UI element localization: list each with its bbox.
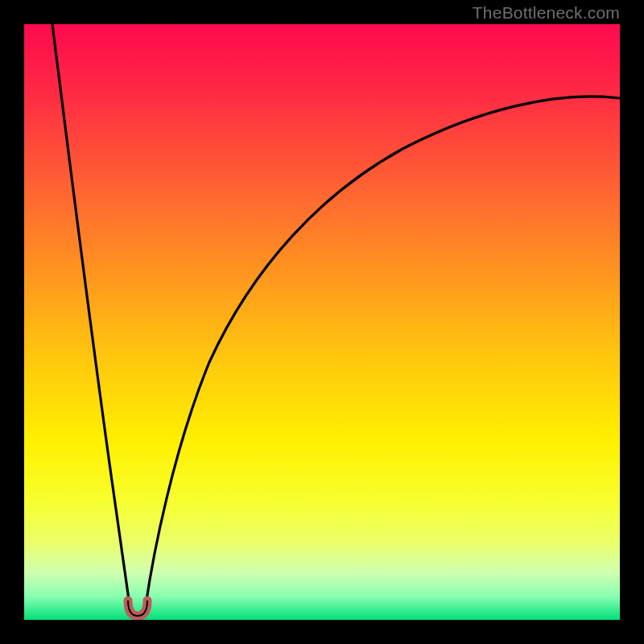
plot-area: [24, 24, 620, 620]
curve-left-branch: [52, 24, 130, 605]
outer-black-frame: TheBottleneck.com: [0, 0, 644, 644]
watermark-text: TheBottleneck.com: [473, 3, 620, 23]
bottleneck-curve: [52, 24, 620, 616]
curve-right-branch: [146, 97, 620, 605]
curve-layer: [24, 24, 620, 620]
